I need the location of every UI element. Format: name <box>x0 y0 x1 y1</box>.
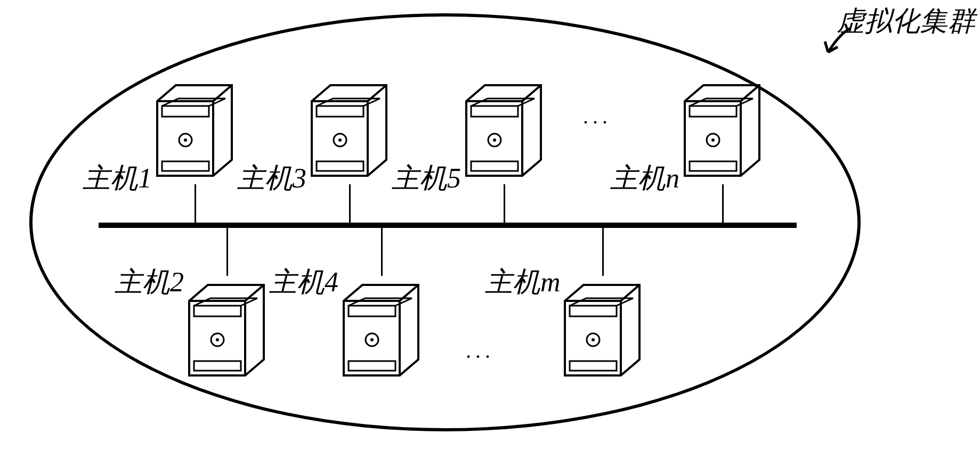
svg-point-14 <box>711 138 715 142</box>
host-label: 主机n <box>610 160 679 197</box>
host-label: 主机3 <box>237 160 306 197</box>
connector-line <box>226 228 228 276</box>
svg-rect-24 <box>570 306 617 316</box>
server-icon <box>562 282 642 378</box>
svg-point-2 <box>184 138 187 142</box>
svg-rect-0 <box>162 106 209 117</box>
svg-rect-3 <box>162 161 209 171</box>
server-icon <box>341 282 421 378</box>
svg-point-10 <box>493 138 496 142</box>
host-label: 主机1 <box>83 160 152 197</box>
ellipsis-top: ... <box>584 104 612 129</box>
host-label: 主机5 <box>392 160 461 197</box>
connector-line <box>349 184 351 224</box>
connector-line <box>602 228 604 276</box>
svg-rect-8 <box>471 106 518 117</box>
server-icon <box>464 83 544 178</box>
server-icon <box>682 83 762 178</box>
svg-rect-20 <box>349 306 395 316</box>
cluster-label: 虚拟化集群 <box>837 3 975 40</box>
connector-line <box>195 184 196 224</box>
connector-line <box>722 184 724 224</box>
connector-line <box>504 184 505 224</box>
diagram-canvas: 虚拟化集群 主机1 主机3 <box>0 0 980 450</box>
svg-rect-15 <box>690 161 736 171</box>
svg-point-26 <box>592 338 595 341</box>
svg-point-18 <box>216 338 219 341</box>
svg-point-22 <box>370 338 374 341</box>
host-label: 主机m <box>485 264 561 301</box>
svg-rect-23 <box>349 361 395 371</box>
svg-rect-7 <box>317 161 363 171</box>
ellipsis-bottom: ... <box>466 338 495 363</box>
server-icon <box>155 83 234 178</box>
connector-line <box>381 228 383 276</box>
svg-rect-19 <box>194 361 241 371</box>
svg-rect-16 <box>194 306 241 316</box>
network-bus <box>99 223 797 228</box>
host-label: 主机4 <box>269 264 338 301</box>
svg-point-6 <box>338 138 342 142</box>
svg-rect-12 <box>690 106 736 117</box>
server-icon <box>187 282 266 378</box>
host-label: 主机2 <box>115 264 184 301</box>
svg-rect-4 <box>317 106 363 117</box>
svg-rect-27 <box>570 361 617 371</box>
svg-rect-11 <box>471 161 518 171</box>
server-icon <box>309 83 389 178</box>
